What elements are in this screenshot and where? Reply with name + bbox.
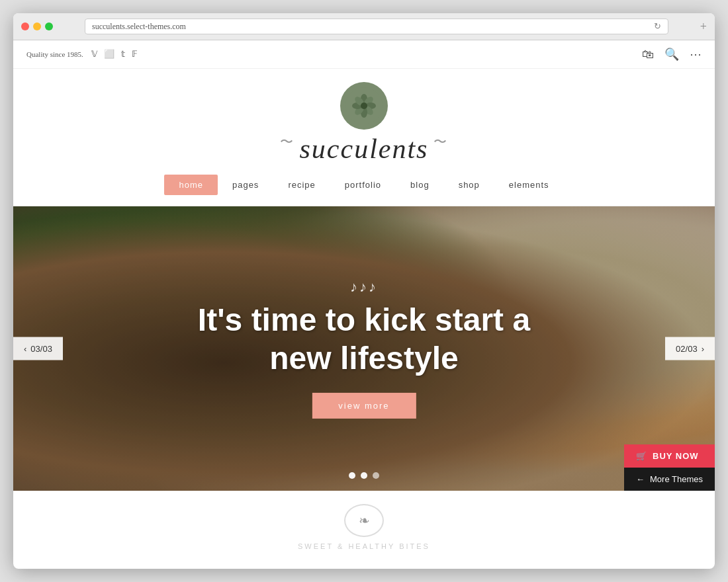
nav-item-elements[interactable]: elements — [494, 175, 564, 195]
more-themes-label: More Themes — [650, 474, 703, 484]
nav-item-home[interactable]: home — [164, 175, 218, 195]
cart-icon-btn: 🛒 — [636, 451, 647, 461]
hero-slider: ♪♪♪ It's time to kick start a new lifest… — [13, 206, 715, 491]
main-navigation: home pages recipe portfolio blog shop el… — [13, 169, 715, 206]
slider-dots — [349, 472, 379, 479]
below-fold: ❧ SWEET & HEALTHY BITES — [13, 491, 715, 550]
top-bar: Quality since 1985. 𝕍 ⬜ 𝕥 𝔽 🛍 🔍 ⋯ — [13, 40, 715, 69]
cart-icon[interactable]: 🛍 — [642, 48, 654, 62]
website-content: Quality since 1985. 𝕍 ⬜ 𝕥 𝔽 🛍 🔍 ⋯ — [13, 40, 715, 569]
minimize-button[interactable] — [33, 22, 41, 30]
top-bar-right: 🛍 🔍 ⋯ — [642, 47, 702, 62]
site-header: succulents — [13, 69, 715, 169]
reload-icon[interactable]: ↻ — [654, 21, 661, 32]
dot-2[interactable] — [361, 472, 367, 479]
prev-arrow-icon: ‹ — [24, 344, 26, 354]
buy-now-label: BUY NOW — [653, 451, 699, 461]
maximize-button[interactable] — [45, 22, 53, 30]
dot-1[interactable] — [349, 472, 355, 479]
below-logo-icon: ❧ — [359, 513, 370, 528]
search-icon[interactable]: 🔍 — [664, 47, 679, 62]
instagram-icon[interactable]: ⬜ — [104, 49, 114, 60]
next-arrow-icon: › — [702, 344, 704, 354]
nav-item-pages[interactable]: pages — [218, 175, 273, 195]
hero-content: ♪♪♪ It's time to kick start a new lifest… — [198, 278, 530, 419]
slider-prev-button[interactable]: ‹ 03/03 — [13, 337, 63, 360]
hero-script-text: ♪♪♪ — [198, 278, 530, 296]
nav-item-shop[interactable]: shop — [444, 175, 494, 195]
new-tab-button[interactable]: + — [700, 20, 707, 34]
site-title: succulents — [300, 135, 429, 163]
twitter-icon[interactable]: 𝕥 — [121, 49, 125, 60]
url-text: succulents.select-themes.com — [92, 22, 186, 32]
back-arrow-icon: ← — [636, 474, 645, 484]
dot-3[interactable] — [373, 472, 379, 479]
nav-item-recipe[interactable]: recipe — [273, 175, 330, 195]
nav-item-portfolio[interactable]: portfolio — [330, 175, 396, 195]
buy-now-button[interactable]: 🛒 BUY NOW — [624, 444, 715, 468]
nav-item-blog[interactable]: blog — [396, 175, 444, 195]
tagline: Quality since 1985. — [26, 50, 83, 58]
logo-image — [340, 82, 388, 130]
slider-next-button[interactable]: 02/03 › — [665, 337, 715, 360]
hero-title: It's time to kick start a new lifestyle — [198, 301, 530, 377]
browser-window: succulents.select-themes.com ↻ + Quality… — [13, 13, 715, 569]
svg-point-10 — [361, 103, 367, 109]
below-tagline: SWEET & HEALTHY BITES — [298, 542, 430, 550]
hero-cta-button[interactable]: view more — [312, 393, 416, 419]
top-bar-left: Quality since 1985. 𝕍 ⬜ 𝕥 𝔽 — [26, 49, 138, 60]
floating-buttons: 🛒 BUY NOW ← More Themes — [624, 444, 715, 491]
close-button[interactable] — [21, 22, 29, 30]
address-bar[interactable]: succulents.select-themes.com ↻ — [85, 19, 668, 34]
more-icon[interactable]: ⋯ — [690, 47, 702, 62]
vimeo-icon[interactable]: 𝕍 — [91, 49, 97, 60]
social-icons: 𝕍 ⬜ 𝕥 𝔽 — [91, 49, 138, 60]
below-logo-circle: ❧ — [344, 504, 384, 537]
next-slide-label: 02/03 — [676, 344, 698, 354]
prev-slide-label: 03/03 — [30, 344, 52, 354]
browser-chrome: succulents.select-themes.com ↻ + — [13, 13, 715, 40]
traffic-lights — [21, 22, 53, 30]
facebook-icon[interactable]: 𝔽 — [132, 49, 138, 60]
more-themes-button[interactable]: ← More Themes — [624, 468, 715, 491]
